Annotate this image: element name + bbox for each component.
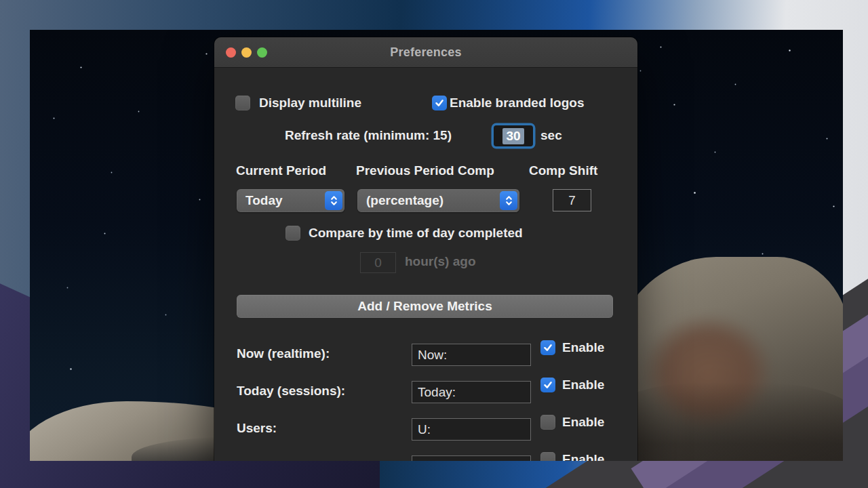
metric-label: Users:	[237, 421, 277, 436]
current-period-header: Current Period	[236, 163, 326, 178]
hours-ago-input	[360, 252, 396, 273]
starfield	[30, 30, 31, 30]
metric-prefix-input[interactable]	[412, 381, 531, 403]
metric-row-users: Users: Enable	[214, 415, 637, 443]
up-down-chevrons-icon	[325, 191, 342, 210]
refresh-rate-unit: sec	[540, 128, 562, 143]
checkmark-icon	[542, 380, 553, 390]
enable-checkbox[interactable]	[540, 452, 555, 461]
window-titlebar[interactable]: Preferences	[214, 37, 637, 68]
metric-row-now: Now (realtime): Enable	[214, 340, 637, 369]
display-multiline-label: Display multiline	[259, 96, 361, 110]
previous-period-comp-value: (percentage)	[366, 193, 443, 208]
checkmark-icon	[434, 98, 445, 108]
refresh-rate-selected-value: 30	[502, 128, 524, 144]
compare-by-time-checkbox[interactable]	[285, 226, 300, 241]
enable-label: Enable	[562, 378, 604, 392]
enable-checkbox[interactable]	[540, 340, 555, 355]
branded-logos-checkbox[interactable]	[432, 96, 447, 110]
previous-period-comp-popup[interactable]: (percentage)	[357, 189, 519, 212]
up-down-chevrons-icon	[500, 191, 517, 210]
metric-label: Now (realtime):	[237, 346, 330, 361]
metric-label: Today (sessions):	[237, 384, 345, 399]
preferences-window: Preferences Display multiline Enable bra…	[214, 37, 637, 461]
metric-row-today: Today (sessions): Enable	[214, 378, 637, 406]
current-period-value: Today	[245, 193, 283, 208]
metric-prefix-input[interactable]	[412, 455, 531, 461]
rock-shadow	[606, 382, 843, 461]
refresh-rate-label: Refresh rate (minimum: 15)	[285, 128, 452, 143]
compare-by-time-label: Compare by time of day completed	[309, 226, 523, 241]
metric-row-partial: Enable	[214, 452, 637, 461]
enable-checkbox[interactable]	[540, 415, 555, 430]
refresh-rate-input[interactable]: 30	[494, 125, 533, 146]
metric-prefix-input[interactable]	[412, 344, 531, 366]
add-remove-metrics-button[interactable]: Add / Remove Metrics	[237, 295, 613, 318]
hours-ago-unit: hour(s) ago	[405, 254, 476, 269]
metric-prefix-input[interactable]	[412, 418, 531, 441]
enable-label: Enable	[562, 340, 604, 355]
comp-shift-input[interactable]	[553, 189, 591, 211]
desktop-wallpaper: Preferences Display multiline Enable bra…	[30, 30, 843, 461]
enable-checkbox[interactable]	[540, 378, 555, 392]
enable-label: Enable	[562, 415, 604, 430]
current-period-popup[interactable]: Today	[237, 189, 344, 212]
comp-shift-header: Comp Shift	[529, 163, 597, 178]
checkmark-icon	[542, 342, 553, 353]
enable-label: Enable	[562, 452, 604, 461]
branded-logos-label: Enable branded logos	[450, 96, 584, 110]
window-title: Preferences	[214, 45, 637, 60]
display-multiline-checkbox[interactable]	[235, 96, 250, 110]
previous-period-comp-header: Previous Period Comp	[356, 163, 494, 178]
